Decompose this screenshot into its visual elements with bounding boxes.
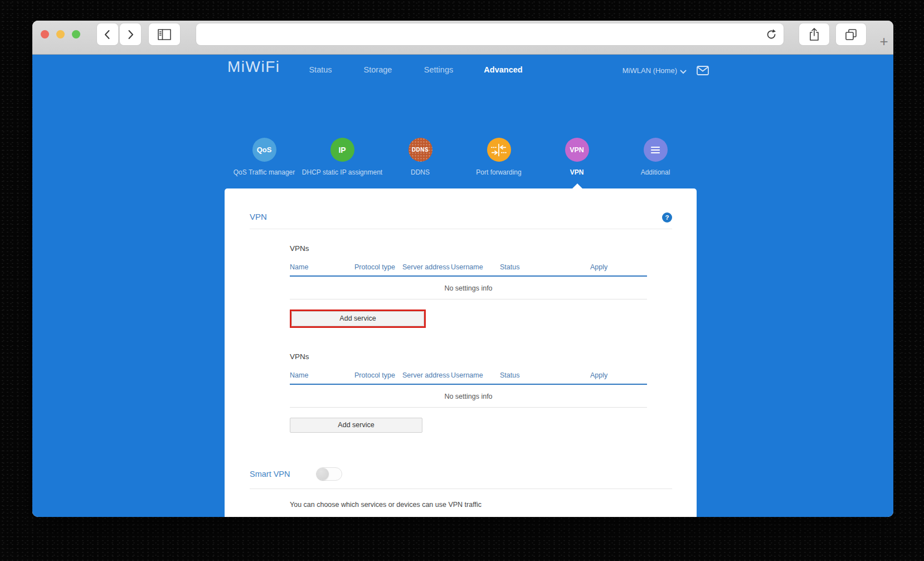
device-selector[interactable]: MiWLAN (Home) (597, 66, 687, 75)
router-page: MiWiFi Status Storage Settings Advanced … (32, 55, 893, 517)
highlight-annotation-box: Add service (290, 309, 426, 328)
col-server-address: Server address (402, 263, 451, 271)
add-service-button[interactable]: Add service (291, 311, 424, 326)
menu-lines-icon (650, 146, 661, 154)
vpn-table-section-1: VPNs Name Protocol type Server address U… (290, 244, 647, 328)
qos-icon: QoS (257, 146, 272, 154)
sidebar-toggle-icon (157, 28, 172, 41)
col-apply: Apply (590, 371, 647, 379)
col-server-address: Server address (402, 371, 451, 379)
col-protocol-type: Protocol type (354, 371, 402, 379)
vpn-table-header: Name Protocol type Server address Userna… (290, 371, 647, 385)
feature-additional-label: Additional (605, 168, 706, 176)
smart-vpn-toggle[interactable] (316, 467, 342, 481)
col-name: Name (290, 371, 354, 379)
smart-vpn-description: You can choose which services or devices… (290, 501, 482, 509)
chevron-right-icon (124, 28, 137, 41)
sidebar-toggle-button[interactable] (149, 23, 180, 45)
forward-button[interactable] (120, 23, 141, 45)
tab-overview-button[interactable] (836, 23, 866, 45)
col-status: Status (500, 371, 590, 379)
browser-toolbar: + (32, 21, 893, 55)
ddns-icon: DDNS (412, 147, 429, 153)
card-title: VPN (250, 212, 267, 221)
ip-icon: IP (338, 146, 346, 154)
col-apply: Apply (590, 263, 647, 271)
vpn-table-header: Name Protocol type Server address Userna… (290, 263, 647, 277)
reload-icon[interactable] (765, 28, 778, 41)
back-button[interactable] (97, 23, 118, 45)
col-protocol-type: Protocol type (354, 263, 402, 271)
tab-overview-icon (844, 28, 858, 41)
nav-advanced[interactable]: Advanced (484, 65, 522, 74)
smart-vpn-label[interactable]: Smart VPN (250, 470, 316, 478)
empty-table-message: No settings info (290, 385, 647, 408)
vpn-card: VPN ? VPNs Name Protocol type Server add… (225, 188, 697, 517)
window-minimize-button[interactable] (56, 30, 65, 38)
share-button[interactable] (799, 23, 829, 45)
address-bar[interactable] (196, 23, 784, 45)
window-close-button[interactable] (41, 30, 49, 38)
button-row: Add service (290, 418, 426, 433)
chevron-left-icon (101, 28, 114, 41)
help-button[interactable]: ? (662, 212, 672, 223)
divider (250, 489, 672, 489)
vpn-table-section-2: VPNs Name Protocol type Server address U… (290, 352, 647, 433)
vpns-heading: VPNs (290, 244, 647, 253)
nav-storage[interactable]: Storage (364, 65, 392, 74)
add-service-button[interactable]: Add service (290, 418, 422, 433)
browser-window: + MiWiFi Status Storage Settings Advance… (32, 21, 893, 517)
device-selector-label: MiWLAN (Home) (623, 66, 677, 75)
chevron-down-icon (680, 70, 687, 74)
nav-settings[interactable]: Settings (424, 65, 453, 74)
nav-status[interactable]: Status (309, 65, 332, 74)
vpns-heading: VPNs (290, 352, 647, 361)
col-username: Username (451, 263, 500, 271)
vpn-icon: VPN (570, 146, 584, 154)
col-name: Name (290, 263, 354, 271)
port-arrows-icon (489, 141, 508, 159)
new-tab-button[interactable]: + (877, 33, 891, 50)
empty-table-message: No settings info (290, 277, 647, 299)
miwifi-logo: MiWiFi (227, 58, 280, 76)
feature-additional[interactable]: Additional (605, 138, 706, 176)
mail-icon[interactable] (697, 66, 709, 75)
share-icon (808, 27, 821, 42)
smart-vpn-row: Smart VPN (250, 467, 342, 481)
col-status: Status (500, 263, 590, 271)
col-username: Username (451, 371, 500, 379)
toggle-knob (317, 468, 329, 480)
address-input[interactable] (196, 23, 784, 45)
window-zoom-button[interactable] (72, 30, 80, 38)
divider (250, 229, 672, 229)
